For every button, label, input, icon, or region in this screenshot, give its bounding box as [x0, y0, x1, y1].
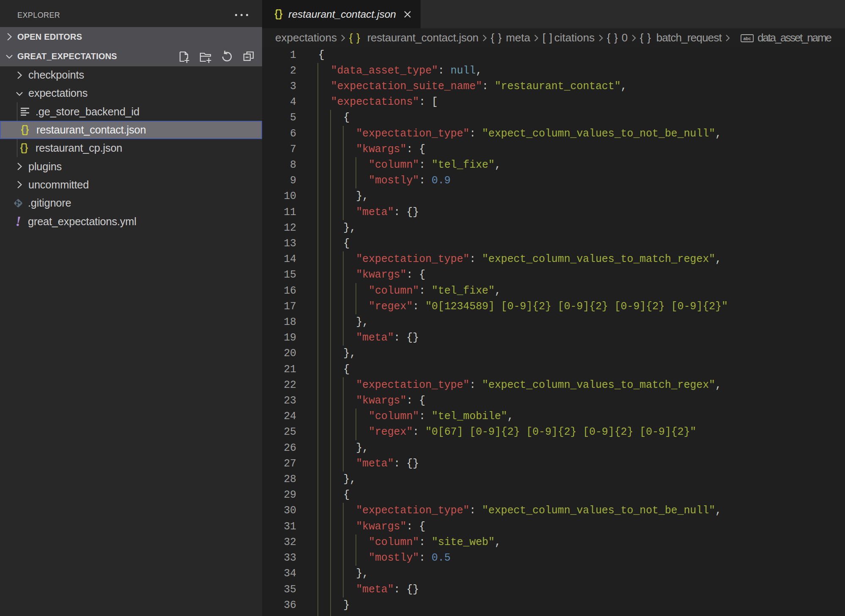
- svg-text:abc: abc: [743, 35, 751, 41]
